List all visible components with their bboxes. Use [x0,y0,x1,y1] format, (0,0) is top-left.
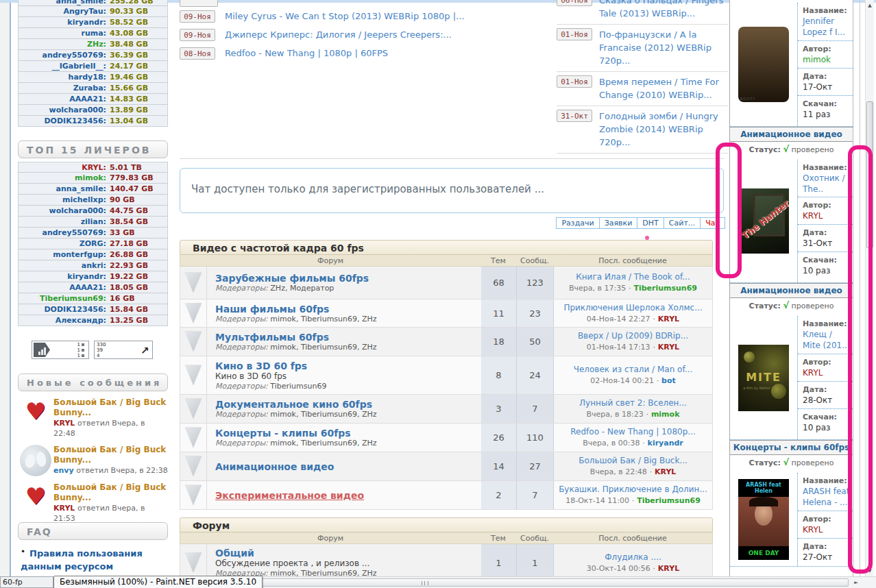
user-name[interactable]: anna_smile: [21,0,106,5]
user-name[interactable]: ankri: [21,261,106,270]
user-name[interactable]: Александр: [21,316,106,325]
sidebar-section-header[interactable]: Анимационное видео [730,127,853,142]
chat-tab[interactable]: Раздачи [556,217,599,229]
torrent-author[interactable]: KRYL [803,525,823,535]
forum-link[interactable]: Анимационное видео [215,461,477,472]
user-name[interactable]: ZHz: [21,40,106,49]
scroll-down-button[interactable]: ▼ [866,565,874,576]
message-title-link[interactable]: Большой Бак / Big Buck Bunny... [53,445,168,465]
message-user[interactable]: KRYL [53,419,75,428]
news-title-link[interactable]: Miley Cyrus - We Can t Stop (2013) WEBRi… [225,11,465,21]
chat-tab[interactable]: Чат [700,217,725,229]
annotation-dot [645,236,649,240]
last-message-user[interactable]: kiryandr [648,439,683,448]
user-name[interactable]: AngryTau: [21,7,106,16]
message-title-link[interactable]: Большой Бак / Big Buck Bunny... [53,482,168,503]
last-message-user[interactable]: KRYL [658,564,679,573]
last-message-user[interactable]: bot [661,376,676,385]
last-message-link[interactable]: Redfoo - New Thang | 1080p... [570,426,695,437]
torrent-title-link[interactable]: ARASH feat Helena - ... [803,487,849,507]
message-user[interactable]: envy [53,466,74,475]
last-message-link[interactable]: Человек из стали / Man of... [574,364,692,375]
torrent-author[interactable]: KRYL [803,368,823,378]
last-message-user[interactable]: KRYL [655,467,676,476]
sidebar-section-header[interactable]: Концерты - клипы 60fps [730,440,853,455]
news-title-link[interactable]: Redfoo - New Thang | 1080p | 60FPS [225,48,388,58]
col-posts: Сообщ. [516,256,553,265]
user-name[interactable]: andrey550769: [21,51,106,60]
user-name[interactable]: AAAA21: [21,283,106,292]
message-user[interactable]: KRYL [53,504,75,513]
user-name[interactable]: anna_smile: [21,184,106,193]
last-message-link[interactable]: Флудилка .... [605,552,661,563]
torrent-title-link[interactable]: Jennifer Lopez f I... [803,16,845,37]
user-name[interactable]: andrey550769: [21,228,106,237]
user-name[interactable]: KRYL: [21,163,106,172]
news-title-link[interactable]: Сказка о Пальцах / Fingers Tale (2013) W… [599,0,728,20]
chat-tab[interactable]: DHT [637,217,664,229]
forum-link[interactable]: Мультфильмы 60fps [215,332,477,343]
user-name[interactable]: DODIK123456: [21,305,106,314]
last-message-link[interactable]: Большой Бак / Big Buck... [579,455,688,466]
last-message-user[interactable]: Tiberiumsun69 [637,496,701,505]
user-name[interactable]: ruma: [21,29,106,38]
user-name[interactable]: __IGabrielI__: [21,62,106,71]
visitor-counter-badge-1[interactable]: 1 1 1 [32,341,89,359]
user-name[interactable]: hardy18: [21,73,106,82]
torrent-title-link[interactable]: Клещ / Mite (201... [803,330,850,350]
torrent-cover-image[interactable]: ARASH feat Helen ONE DAY [738,479,789,560]
forum-link[interactable]: Кино в 3D 60 fps [215,360,477,371]
forum-link[interactable]: Зарубежные фильмы 60fps [215,273,477,284]
torrent-cover-image[interactable]: The Hunter [738,188,789,254]
user-name[interactable]: zilian: [21,217,106,226]
news-title-link[interactable]: По-французски / A la Francaise (2012) WE… [599,28,728,67]
leecher-row: michellxp: 90 GB [18,195,168,206]
last-message-link[interactable]: Букашки. Приключение в Долин... [559,484,707,495]
forum-link[interactable]: Концерты - клипы 60fps [215,428,477,439]
taskbar-item[interactable]: 60-fp [0,576,53,588]
chat-tab[interactable]: Сайт... [664,217,701,229]
last-message-link[interactable]: Книга Илая / The Book of... [576,271,690,282]
last-message-link[interactable]: Приключения Шерлока Холмс... [563,302,702,313]
user-name[interactable]: AAAA21: [21,95,106,103]
news-title-link[interactable]: Время перемен / Time For Change (2010) W… [599,75,728,101]
last-message-user[interactable]: KRYL [658,343,679,352]
user-name[interactable]: wolchara000: [21,206,106,215]
vertical-scroll-thumb[interactable] [866,101,873,248]
torrent-author[interactable]: mimok [803,55,831,64]
user-name[interactable]: kiryandr: [21,18,106,27]
chat-tab[interactable]: Заявки [599,217,638,229]
forum-link[interactable]: Наши фильмы 60fps [215,304,477,315]
user-name[interactable]: kiryandr: [21,272,106,281]
user-name[interactable]: mimok: [21,173,106,182]
user-name[interactable]: Tiberiumsun69: [21,294,106,303]
forum-link[interactable]: Документальное кино 60fps [215,399,477,410]
faq-rules-link[interactable]: Правила пользования данным ресурсом [21,547,168,573]
user-name[interactable]: Zuraba: [21,84,106,93]
user-name[interactable]: monterfgup: [21,250,106,259]
visitor-counter-badge-2[interactable]: 330 39 4 → [94,341,153,359]
user-name[interactable]: wolchara000: [21,106,106,114]
torrent-title-link[interactable]: Охотник / The.. [803,173,845,194]
message-title-link[interactable]: Большой Бак / Big Buck Bunny... [53,397,168,418]
torrent-cover-image[interactable]: BOOTY [738,27,789,102]
user-name[interactable]: michellxp: [21,195,106,204]
news-title-link[interactable]: Голодный зомби / Hungry Zombie (2014) WE… [599,110,728,149]
torrent-author[interactable]: KRYL [803,211,823,221]
vertical-scrollbar[interactable]: ▲ ▼ [865,0,874,576]
user-name[interactable]: DODIK123456: [21,117,106,125]
scroll-right-button[interactable]: ► [850,577,862,588]
traffic-value: 26.88 GB [110,250,165,259]
forum-link[interactable]: Общий [215,548,477,559]
last-message-user[interactable]: Tiberiumsun69 [633,284,697,293]
user-name[interactable]: ZORG: [21,239,106,248]
last-message-user[interactable]: mimok [651,410,680,419]
last-message-link[interactable]: Лунный свет 2: Вселен... [579,397,687,408]
torrent-cover-image[interactable]: MITE a film by Walter Volbers [738,345,789,411]
news-title-link[interactable]: Джиперс Криперс: Дилогия / Jeepers Creep… [225,29,452,40]
last-message-user[interactable]: KRYL [658,315,679,323]
forum-link[interactable]: Экспериментальное видео [215,490,477,501]
last-message-link[interactable]: Вверх / Up (2009) BDRip... [578,330,688,341]
scroll-up-button[interactable]: ▲ [866,0,874,11]
sidebar-section-header[interactable]: Анимационное видео [730,283,853,298]
